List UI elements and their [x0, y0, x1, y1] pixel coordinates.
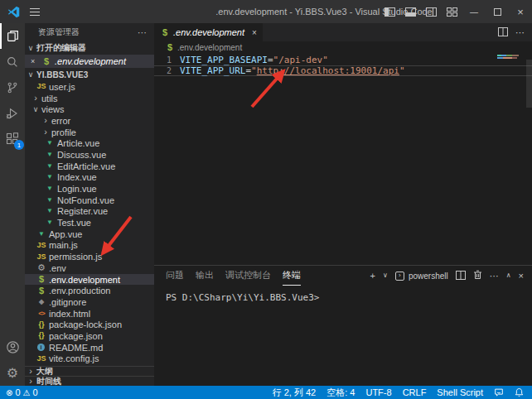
tree-item-Article.vue[interactable]: ▼Article.vue [25, 137, 154, 149]
kill-terminal-icon[interactable] [473, 270, 482, 281]
run-debug-icon[interactable] [0, 100, 25, 126]
code-token: VITE_APP_URL [180, 65, 245, 76]
code-editor[interactable]: 1VITE_APP_BASEAPI="/api-dev"2VITE_APP_UR… [154, 53, 532, 265]
tree-item-main.js[interactable]: JSmain.js [25, 240, 154, 252]
language-mode[interactable]: Shell Script [437, 387, 483, 397]
timeline-section[interactable]: › 时间线 [25, 376, 154, 386]
toggle-secondary-sidebar-icon[interactable] [421, 0, 442, 23]
problems-status[interactable]: ⊗ 0 ⚠ 0 [6, 387, 38, 397]
tree-item-label: NotFound.vue [57, 195, 114, 205]
close-panel-icon[interactable]: × [519, 272, 524, 281]
minimap[interactable] [497, 55, 522, 59]
split-terminal-icon[interactable] [456, 271, 466, 281]
status-right: 行 2, 列 42 空格: 4 UTF-8 CRLF Shell Script [273, 387, 524, 399]
tab-close-icon[interactable]: × [252, 28, 257, 37]
tree-item-App.vue[interactable]: ▼App.vue [25, 228, 154, 240]
source-control-icon[interactable] [0, 75, 25, 100]
tree-item-.gitignore[interactable]: ◆.gitignore [25, 296, 154, 308]
open-editors-header[interactable]: ∨ 打开的编辑器 [25, 41, 154, 55]
tree-item-.env.development[interactable]: $.env.development [25, 274, 154, 286]
chevron-down-icon: ∨ [27, 70, 34, 79]
tree-item-Discuss.vue[interactable]: ▼Discuss.vue [25, 149, 154, 161]
tree-item-label: Discuss.vue [57, 150, 106, 160]
project-header[interactable]: ∨ YI.BBS.VUE3 [25, 68, 154, 81]
toggle-panel-icon[interactable] [400, 0, 421, 23]
maximize-button[interactable] [486, 0, 509, 23]
outline-section[interactable]: › 大纲 [25, 366, 154, 376]
breadcrumb[interactable]: $ .env.development [154, 41, 532, 53]
tab-label: .env.development [173, 27, 244, 37]
tree-item-label: .env.production [49, 286, 110, 296]
open-editor-item[interactable]: × $ .env.development [25, 55, 154, 68]
tree-item-Index.vue[interactable]: ▼Index.vue [25, 172, 154, 184]
tree-item-package-lock.json[interactable]: {}package-lock.json [25, 319, 154, 330]
json-icon: {} [36, 332, 46, 339]
tab-env-development[interactable]: $ .env.development × [154, 23, 263, 41]
split-editor-icon[interactable] [498, 27, 508, 38]
chevron-down-icon: ∨ [32, 105, 39, 113]
code-line-2[interactable]: 2VITE_APP_URL="http://localhost:19001/ap… [154, 65, 532, 76]
maximize-panel-icon[interactable]: ∧ [506, 272, 511, 279]
explorer-sidebar: 资源管理器 ⋯ ∨ 打开的编辑器 × $ .env.development ∨ … [25, 23, 154, 386]
tree-item-vite.config.js[interactable]: JSvite.config.js [25, 353, 154, 365]
accounts-icon[interactable] [0, 334, 25, 360]
tree-item-views[interactable]: ∨views [25, 103, 154, 115]
tree-item-.env.production[interactable]: $.env.production [25, 285, 154, 296]
panel-header: 问题输出调试控制台终端 + ∨ › powershell ⋯ ∧ [154, 266, 532, 286]
editor-scrollbar[interactable] [526, 60, 532, 108]
sidebar-more-icon[interactable]: ⋯ [138, 27, 148, 38]
menu-icon[interactable] [30, 8, 40, 16]
terminal-dropdown-icon[interactable]: ∨ [383, 272, 388, 279]
close-window-button[interactable]: × [509, 0, 532, 23]
tree-item-utils[interactable]: ›utils [25, 93, 154, 104]
panel-tab-调试控制台[interactable]: 调试控制台 [225, 266, 271, 286]
explorer-icon[interactable] [0, 23, 25, 49]
powershell-icon: › [395, 272, 404, 281]
tree-item-user.js[interactable]: JSuser.js [25, 81, 154, 93]
chevron-right-icon: › [42, 117, 49, 124]
breadcrumb-file[interactable]: .env.development [177, 43, 242, 52]
tree-item-README.md[interactable]: iREADME.md [25, 342, 154, 353]
minimize-button[interactable]: — [462, 0, 486, 23]
panel-tab-问题[interactable]: 问题 [166, 266, 184, 286]
chevron-right-icon: › [27, 368, 34, 375]
notifications-bell-icon[interactable] [515, 387, 524, 397]
encoding[interactable]: UTF-8 [365, 387, 391, 397]
code-line-1[interactable]: 1VITE_APP_BASEAPI="/api-dev" [154, 55, 532, 65]
tree-item-.env[interactable]: ⚙.env [25, 262, 154, 274]
toggle-sidebar-icon[interactable] [380, 0, 400, 23]
warning-icon: ⚠ [23, 388, 31, 397]
tree-item-EditArticle.vue[interactable]: ▼EditArticle.vue [25, 161, 154, 172]
shell-label[interactable]: powershell [409, 272, 448, 281]
tree-item-NotFound.vue[interactable]: ▼NotFound.vue [25, 195, 154, 206]
panel-more-icon[interactable]: ⋯ [490, 272, 499, 281]
cursor-position[interactable]: 行 2, 列 42 [273, 387, 317, 399]
more-actions-icon[interactable]: ⋯ [515, 27, 525, 38]
tree-item-Register.vue[interactable]: ▼Register.vue [25, 206, 154, 218]
tree-item-profile[interactable]: ›profile [25, 127, 154, 138]
tree-item-Test.vue[interactable]: ▼Test.vue [25, 217, 154, 228]
tree-item-error[interactable]: ›error [25, 115, 154, 127]
indentation[interactable]: 空格: 4 [326, 387, 355, 399]
code-token: " [399, 65, 405, 76]
feedback-icon[interactable] [494, 387, 504, 397]
tree-item-Login.vue[interactable]: ▼Login.vue [25, 183, 154, 195]
tree-item-permission.js[interactable]: JSpermission.js [25, 251, 154, 262]
customize-layout-icon[interactable] [442, 0, 462, 23]
editor-actions: ⋯ [498, 23, 532, 41]
tree-item-index.html[interactable]: <>index.html [25, 308, 154, 320]
code-token: " [251, 65, 257, 76]
close-icon[interactable]: × [31, 57, 38, 65]
line-number: 2 [154, 66, 172, 75]
panel-tab-终端[interactable]: 终端 [283, 266, 301, 286]
tree-item-package.json[interactable]: {}package.json [25, 330, 154, 342]
terminal[interactable]: PS D:\CSharp\Yi\Yi.BBS.Vue3> [154, 286, 532, 303]
new-terminal-icon[interactable]: + [370, 272, 375, 281]
search-icon[interactable] [0, 49, 25, 75]
settings-gear-icon[interactable]: ⚙ [0, 360, 25, 386]
vue-icon: ▼ [45, 174, 55, 180]
eol-sequence[interactable]: CRLF [403, 387, 427, 397]
tree-item-label: .env [49, 263, 66, 273]
extensions-icon[interactable]: 1 [0, 126, 25, 151]
panel-tab-输出[interactable]: 输出 [196, 266, 214, 286]
